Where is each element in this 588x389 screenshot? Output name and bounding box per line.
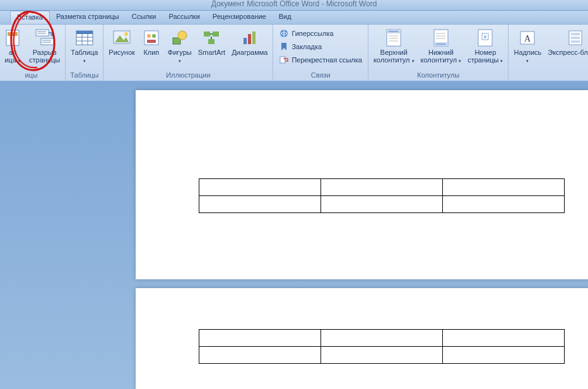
svg-rect-26 (244, 38, 247, 44)
page-break-icon (35, 28, 55, 48)
document-area[interactable] (0, 81, 588, 389)
footer-icon (431, 28, 451, 48)
tab-page-layout[interactable]: Разметка страницы (50, 11, 126, 24)
tab-review[interactable]: Рецензирование (206, 11, 273, 24)
bookmark-button[interactable]: Закладка (276, 40, 365, 53)
svg-rect-30 (280, 57, 285, 63)
table-row[interactable] (199, 347, 565, 364)
smartart-icon (201, 28, 221, 48)
shapes-icon (170, 28, 190, 48)
svg-rect-9 (76, 31, 93, 34)
shapes-button[interactable]: Фигуры▾ (165, 26, 194, 66)
smartart-button[interactable]: SmartArt (196, 26, 228, 58)
pagenum-icon: # (475, 28, 495, 48)
group-tables: Таблица▾ Таблицы (66, 25, 103, 81)
svg-rect-20 (147, 40, 156, 43)
textbox-button[interactable]: A Надпись▾ (511, 26, 544, 66)
group-headerfooter-label: Колонтитулы (371, 71, 506, 80)
group-illustrations: Рисунок Клип Фигуры▾ SmartArt (103, 25, 273, 81)
group-pages: аяица ▾ Разрывстраницы ицы (0, 25, 66, 81)
svg-rect-23 (204, 32, 210, 37)
quickparts-icon (565, 28, 585, 48)
tab-mailings[interactable]: Рассылки (162, 11, 206, 24)
svg-rect-2 (36, 30, 49, 36)
group-links: Гиперссылка Закладка Перекрестная ссылка… (273, 25, 368, 81)
table-row[interactable] (199, 196, 565, 213)
table-icon (74, 28, 95, 48)
tab-insert[interactable]: Вставка (10, 11, 50, 24)
quickparts-button[interactable]: Экспресс-блоки ▾ (545, 26, 588, 58)
table-button[interactable]: Таблица▾ (68, 26, 100, 66)
app-title: Документ Microsoft Office Word - Microso… (211, 0, 377, 8)
ribbon: аяица ▾ Разрывстраницы ицы (0, 25, 588, 81)
hyperlink-button[interactable]: Гиперссылка (276, 27, 365, 40)
svg-rect-27 (248, 34, 251, 44)
crossref-button[interactable]: Перекрестная ссылка (276, 54, 365, 66)
ribbon-tabs: Вставка Разметка страницы Ссылки Рассылк… (0, 11, 588, 25)
svg-point-22 (178, 31, 187, 40)
svg-rect-51 (571, 37, 580, 39)
group-illustrations-label: Иллюстрации (106, 71, 270, 80)
hyperlink-icon (279, 28, 289, 38)
page-break-button[interactable]: Разрывстраницы (26, 26, 62, 66)
group-pages-label: ицы (0, 71, 62, 80)
group-links-label: Связи (276, 71, 365, 80)
svg-point-16 (124, 32, 128, 36)
svg-rect-25 (208, 39, 215, 44)
group-text: A Надпись▾ Экспресс-блоки ▾ W W (509, 25, 588, 81)
picture-button[interactable]: Рисунок (106, 26, 138, 58)
svg-rect-24 (213, 32, 219, 37)
group-headerfooter: Верхнийколонтитул ▾ Нижнийколонтитул ▾ #… (368, 25, 509, 81)
titlebar: Документ Microsoft Office Word - Microso… (0, 0, 588, 11)
document-table-2[interactable] (199, 329, 565, 364)
svg-rect-5 (41, 38, 54, 45)
cover-page-icon (3, 28, 23, 48)
svg-text:A: A (524, 34, 531, 44)
crossref-icon (279, 55, 289, 65)
chart-button[interactable]: Диаграмма (229, 26, 270, 58)
document-page-1[interactable] (136, 90, 588, 279)
svg-rect-50 (571, 33, 580, 35)
group-text-label (511, 71, 588, 80)
picture-icon (112, 28, 132, 48)
svg-point-19 (152, 34, 156, 38)
cover-page-button[interactable]: аяица ▾ (0, 26, 25, 66)
header-button[interactable]: Верхнийколонтитул ▾ (371, 26, 417, 66)
table-row[interactable] (199, 330, 565, 347)
document-page-2[interactable] (136, 288, 588, 389)
header-icon (384, 28, 404, 48)
document-table-1[interactable] (199, 178, 565, 213)
svg-rect-52 (571, 40, 580, 43)
bookmark-icon (279, 42, 289, 52)
svg-rect-28 (252, 32, 256, 44)
pagenum-button[interactable]: # Номерстраницы ▾ (465, 26, 505, 66)
textbox-icon: A (517, 28, 538, 48)
svg-text:#: # (484, 34, 487, 40)
clip-button[interactable]: Клип (139, 26, 164, 58)
group-tables-label: Таблицы (68, 71, 100, 80)
tab-references[interactable]: Ссылки (126, 11, 163, 24)
svg-rect-1 (8, 32, 18, 36)
chart-icon (240, 28, 260, 48)
svg-point-18 (147, 34, 151, 38)
footer-button[interactable]: Нижнийколонтитул ▾ (418, 26, 464, 66)
clip-icon (141, 28, 162, 48)
tab-view[interactable]: Вид (273, 11, 298, 24)
table-row[interactable] (199, 179, 565, 196)
